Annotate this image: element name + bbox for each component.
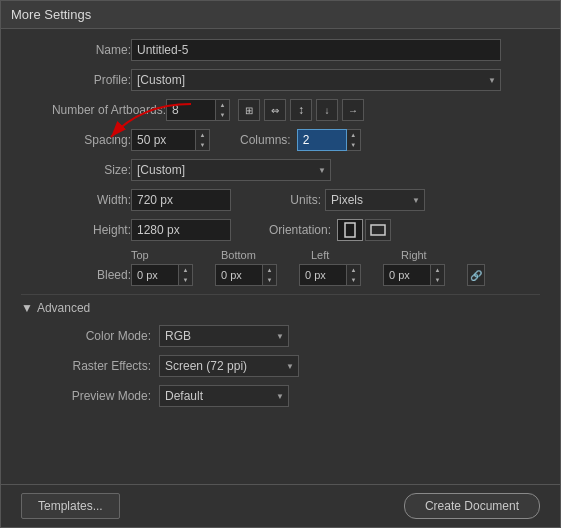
color-mode-label: Color Mode:: [31, 329, 151, 343]
landscape-button[interactable]: [365, 219, 391, 241]
width-input[interactable]: [131, 189, 231, 211]
dialog: More Settings Name: Profile: [Custom] Pr…: [0, 0, 561, 528]
height-orient-row: Height: Orientation:: [21, 219, 540, 241]
name-label: Name:: [21, 43, 131, 57]
profile-label: Profile:: [21, 73, 131, 87]
color-mode-row: Color Mode: RGB CMYK Grayscale: [31, 325, 540, 347]
bleed-bottom-down[interactable]: ▼: [263, 275, 276, 285]
portrait-button[interactable]: [337, 219, 363, 241]
landscape-icon: [370, 223, 386, 237]
bleed-right-field: ▲ ▼: [383, 264, 463, 286]
profile-select[interactable]: [Custom] Print Web Mobile: [131, 69, 501, 91]
bleed-bottom-field: ▲ ▼: [215, 264, 295, 286]
spacing-row: Spacing: ▲ ▼ Columns:: [21, 129, 540, 151]
bleed-left-down[interactable]: ▼: [347, 275, 360, 285]
spacing-up[interactable]: ▲: [196, 130, 209, 140]
orientation-label: Orientation:: [241, 223, 331, 237]
preview-mode-select[interactable]: Default Pixel Overprint: [159, 385, 289, 407]
spacing-spinner: ▲ ▼: [131, 129, 210, 151]
preview-mode-row: Preview Mode: Default Pixel Overprint: [31, 385, 540, 407]
bleed-top-input[interactable]: [131, 264, 179, 286]
bleed-left-input[interactable]: [299, 264, 347, 286]
color-mode-select[interactable]: RGB CMYK Grayscale: [159, 325, 289, 347]
templates-button[interactable]: Templates...: [21, 493, 120, 519]
name-row: Name:: [21, 39, 540, 61]
spacing-label: Spacing:: [21, 133, 131, 147]
units-label: Units:: [261, 193, 321, 207]
bleed-right-up[interactable]: ▲: [431, 265, 444, 275]
advanced-toggle[interactable]: ▼ Advanced: [21, 301, 540, 315]
bleed-right-arrows[interactable]: ▲ ▼: [431, 264, 445, 286]
bleed-right-down[interactable]: ▼: [431, 275, 444, 285]
artboards-input[interactable]: [166, 99, 216, 121]
spacing-down[interactable]: ▼: [196, 140, 209, 150]
bleed-right-input[interactable]: [383, 264, 431, 286]
arrange-right-icon[interactable]: →: [342, 99, 364, 121]
bleed-top-col: Top: [131, 249, 221, 261]
bleed-bottom-input[interactable]: [215, 264, 263, 286]
bleed-left-arrows[interactable]: ▲ ▼: [347, 264, 361, 286]
width-units-row: Width: Units: Pixels Points Picas Inches…: [21, 189, 540, 211]
artboards-spinner: ▲ ▼: [166, 99, 230, 121]
bleed-left-col: Left: [311, 249, 401, 261]
bleed-top-arrows[interactable]: ▲ ▼: [179, 264, 193, 286]
columns-down[interactable]: ▼: [347, 140, 360, 150]
columns-spinner: ▲ ▼: [297, 129, 361, 151]
name-input[interactable]: [131, 39, 501, 61]
columns-input[interactable]: [297, 129, 347, 151]
bleed-top-down[interactable]: ▼: [179, 275, 192, 285]
title-bar: More Settings: [1, 1, 560, 29]
columns-spinner-arrows[interactable]: ▲ ▼: [347, 129, 361, 151]
bleed-top-up[interactable]: ▲: [179, 265, 192, 275]
artboards-down[interactable]: ▼: [216, 110, 229, 120]
advanced-content: Color Mode: RGB CMYK Grayscale Raster Ef…: [21, 325, 540, 407]
create-document-button[interactable]: Create Document: [404, 493, 540, 519]
bleed-bottom-col: Bottom: [221, 249, 311, 261]
size-row: Size: [Custom] Letter A4 A3: [21, 159, 540, 181]
advanced-label: Advanced: [37, 301, 90, 315]
bleed-top-field: ▲ ▼: [131, 264, 211, 286]
raster-effects-row: Raster Effects: Screen (72 ppi) Medium (…: [31, 355, 540, 377]
height-input[interactable]: [131, 219, 231, 241]
dialog-title: More Settings: [11, 7, 91, 22]
raster-effects-label: Raster Effects:: [31, 359, 151, 373]
footer: Templates... Create Document: [1, 484, 560, 527]
artboards-icons: ⊞ ⇔ ↕ ↓ →: [238, 99, 364, 121]
artboards-label: Number of Artboards:: [21, 103, 166, 117]
size-select[interactable]: [Custom] Letter A4 A3: [131, 159, 331, 181]
arrange-h-icon[interactable]: ⇔: [264, 99, 286, 121]
content-area: Name: Profile: [Custom] Print Web Mobile…: [1, 29, 560, 484]
orientation-buttons: [337, 219, 391, 241]
bleed-header: Top Bottom Left Right: [131, 249, 540, 261]
grid-layout-icon[interactable]: ⊞: [238, 99, 260, 121]
bleed-left-field: ▲ ▼: [299, 264, 379, 286]
divider: [21, 294, 540, 295]
arrange-v-icon[interactable]: ↕: [290, 99, 312, 121]
bleed-bottom-arrows[interactable]: ▲ ▼: [263, 264, 277, 286]
chain-link-button[interactable]: 🔗: [467, 264, 485, 286]
artboards-spinner-arrows[interactable]: ▲ ▼: [216, 99, 230, 121]
artboards-up[interactable]: ▲: [216, 100, 229, 110]
bleed-bottom-up[interactable]: ▲: [263, 265, 276, 275]
artboards-row: Number of Artboards: ▲ ▼ ⊞ ⇔ ↕ ↓ →: [21, 99, 540, 121]
advanced-triangle-icon: ▼: [21, 301, 33, 315]
arrange-down-icon[interactable]: ↓: [316, 99, 338, 121]
height-label: Height:: [21, 223, 131, 237]
spacing-input[interactable]: [131, 129, 196, 151]
svg-rect-2: [371, 225, 385, 235]
columns-label: Columns:: [240, 133, 291, 147]
spacing-spinner-arrows[interactable]: ▲ ▼: [196, 129, 210, 151]
units-select[interactable]: Pixels Points Picas Inches Millimeters: [325, 189, 425, 211]
profile-row: Profile: [Custom] Print Web Mobile: [21, 69, 540, 91]
preview-mode-label: Preview Mode:: [31, 389, 151, 403]
bleed-right-col: Right: [401, 249, 491, 261]
bleed-left-up[interactable]: ▲: [347, 265, 360, 275]
bleed-label: Bleed:: [21, 268, 131, 282]
size-label: Size:: [21, 163, 131, 177]
raster-effects-select[interactable]: Screen (72 ppi) Medium (150 ppi) High (3…: [159, 355, 299, 377]
portrait-icon: [343, 222, 357, 238]
columns-up[interactable]: ▲: [347, 130, 360, 140]
bleed-section: Top Bottom Left Right Bleed: ▲ ▼: [21, 249, 540, 286]
bleed-inputs-row: Bleed: ▲ ▼ ▲: [21, 264, 540, 286]
width-label: Width:: [21, 193, 131, 207]
